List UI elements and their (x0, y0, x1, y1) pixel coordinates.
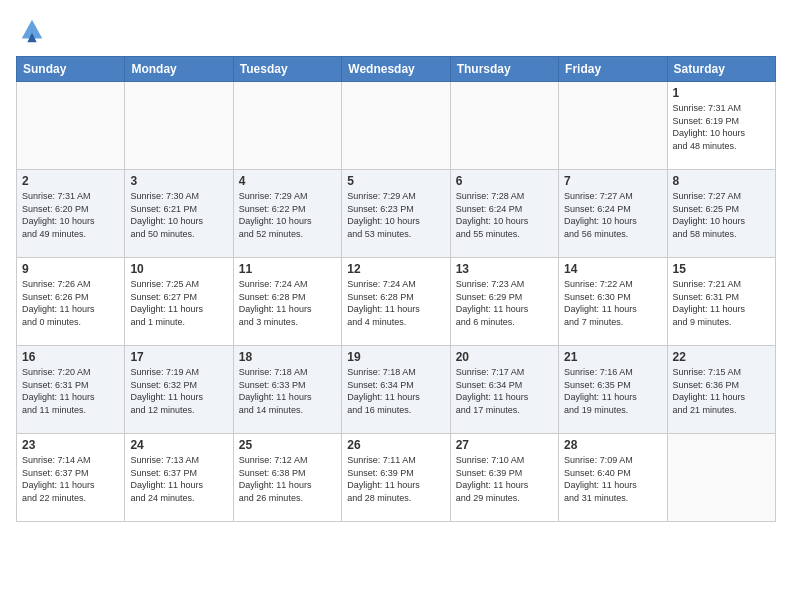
day-info: Sunrise: 7:24 AM Sunset: 6:28 PM Dayligh… (347, 278, 444, 328)
day-of-week-sunday: Sunday (17, 57, 125, 82)
calendar-header: SundayMondayTuesdayWednesdayThursdayFrid… (17, 57, 776, 82)
calendar-cell: 9Sunrise: 7:26 AM Sunset: 6:26 PM Daylig… (17, 258, 125, 346)
calendar-body: 1Sunrise: 7:31 AM Sunset: 6:19 PM Daylig… (17, 82, 776, 522)
day-info: Sunrise: 7:31 AM Sunset: 6:20 PM Dayligh… (22, 190, 119, 240)
day-info: Sunrise: 7:20 AM Sunset: 6:31 PM Dayligh… (22, 366, 119, 416)
calendar-cell (17, 82, 125, 170)
day-info: Sunrise: 7:18 AM Sunset: 6:33 PM Dayligh… (239, 366, 336, 416)
day-number: 26 (347, 438, 444, 452)
day-info: Sunrise: 7:17 AM Sunset: 6:34 PM Dayligh… (456, 366, 553, 416)
calendar-cell: 12Sunrise: 7:24 AM Sunset: 6:28 PM Dayli… (342, 258, 450, 346)
day-number: 13 (456, 262, 553, 276)
day-number: 24 (130, 438, 227, 452)
calendar-cell: 20Sunrise: 7:17 AM Sunset: 6:34 PM Dayli… (450, 346, 558, 434)
day-number: 15 (673, 262, 770, 276)
logo-icon (18, 16, 46, 44)
calendar-cell: 1Sunrise: 7:31 AM Sunset: 6:19 PM Daylig… (667, 82, 775, 170)
day-number: 12 (347, 262, 444, 276)
day-of-week-friday: Friday (559, 57, 667, 82)
day-number: 1 (673, 86, 770, 100)
week-row-1: 2Sunrise: 7:31 AM Sunset: 6:20 PM Daylig… (17, 170, 776, 258)
day-info: Sunrise: 7:25 AM Sunset: 6:27 PM Dayligh… (130, 278, 227, 328)
day-info: Sunrise: 7:13 AM Sunset: 6:37 PM Dayligh… (130, 454, 227, 504)
day-number: 16 (22, 350, 119, 364)
calendar-cell: 7Sunrise: 7:27 AM Sunset: 6:24 PM Daylig… (559, 170, 667, 258)
day-of-week-tuesday: Tuesday (233, 57, 341, 82)
calendar: SundayMondayTuesdayWednesdayThursdayFrid… (16, 56, 776, 522)
week-row-0: 1Sunrise: 7:31 AM Sunset: 6:19 PM Daylig… (17, 82, 776, 170)
calendar-cell (450, 82, 558, 170)
day-of-week-thursday: Thursday (450, 57, 558, 82)
calendar-cell: 16Sunrise: 7:20 AM Sunset: 6:31 PM Dayli… (17, 346, 125, 434)
day-number: 5 (347, 174, 444, 188)
day-number: 2 (22, 174, 119, 188)
calendar-cell: 13Sunrise: 7:23 AM Sunset: 6:29 PM Dayli… (450, 258, 558, 346)
day-info: Sunrise: 7:26 AM Sunset: 6:26 PM Dayligh… (22, 278, 119, 328)
day-number: 25 (239, 438, 336, 452)
day-info: Sunrise: 7:14 AM Sunset: 6:37 PM Dayligh… (22, 454, 119, 504)
calendar-cell: 18Sunrise: 7:18 AM Sunset: 6:33 PM Dayli… (233, 346, 341, 434)
day-info: Sunrise: 7:27 AM Sunset: 6:25 PM Dayligh… (673, 190, 770, 240)
calendar-cell: 2Sunrise: 7:31 AM Sunset: 6:20 PM Daylig… (17, 170, 125, 258)
week-row-3: 16Sunrise: 7:20 AM Sunset: 6:31 PM Dayli… (17, 346, 776, 434)
day-number: 8 (673, 174, 770, 188)
week-row-4: 23Sunrise: 7:14 AM Sunset: 6:37 PM Dayli… (17, 434, 776, 522)
calendar-cell: 19Sunrise: 7:18 AM Sunset: 6:34 PM Dayli… (342, 346, 450, 434)
calendar-cell: 6Sunrise: 7:28 AM Sunset: 6:24 PM Daylig… (450, 170, 558, 258)
day-number: 3 (130, 174, 227, 188)
calendar-cell: 3Sunrise: 7:30 AM Sunset: 6:21 PM Daylig… (125, 170, 233, 258)
day-of-week-monday: Monday (125, 57, 233, 82)
day-number: 23 (22, 438, 119, 452)
day-info: Sunrise: 7:23 AM Sunset: 6:29 PM Dayligh… (456, 278, 553, 328)
day-info: Sunrise: 7:22 AM Sunset: 6:30 PM Dayligh… (564, 278, 661, 328)
calendar-cell: 14Sunrise: 7:22 AM Sunset: 6:30 PM Dayli… (559, 258, 667, 346)
day-info: Sunrise: 7:31 AM Sunset: 6:19 PM Dayligh… (673, 102, 770, 152)
calendar-cell: 28Sunrise: 7:09 AM Sunset: 6:40 PM Dayli… (559, 434, 667, 522)
day-info: Sunrise: 7:16 AM Sunset: 6:35 PM Dayligh… (564, 366, 661, 416)
day-number: 10 (130, 262, 227, 276)
calendar-cell (233, 82, 341, 170)
calendar-cell (342, 82, 450, 170)
day-number: 4 (239, 174, 336, 188)
calendar-cell: 15Sunrise: 7:21 AM Sunset: 6:31 PM Dayli… (667, 258, 775, 346)
calendar-cell: 4Sunrise: 7:29 AM Sunset: 6:22 PM Daylig… (233, 170, 341, 258)
day-number: 17 (130, 350, 227, 364)
calendar-cell (125, 82, 233, 170)
day-info: Sunrise: 7:28 AM Sunset: 6:24 PM Dayligh… (456, 190, 553, 240)
day-info: Sunrise: 7:24 AM Sunset: 6:28 PM Dayligh… (239, 278, 336, 328)
day-of-week-wednesday: Wednesday (342, 57, 450, 82)
calendar-cell: 25Sunrise: 7:12 AM Sunset: 6:38 PM Dayli… (233, 434, 341, 522)
day-info: Sunrise: 7:18 AM Sunset: 6:34 PM Dayligh… (347, 366, 444, 416)
day-info: Sunrise: 7:29 AM Sunset: 6:23 PM Dayligh… (347, 190, 444, 240)
day-number: 20 (456, 350, 553, 364)
calendar-cell: 26Sunrise: 7:11 AM Sunset: 6:39 PM Dayli… (342, 434, 450, 522)
calendar-cell: 27Sunrise: 7:10 AM Sunset: 6:39 PM Dayli… (450, 434, 558, 522)
header (16, 16, 776, 44)
day-of-week-saturday: Saturday (667, 57, 775, 82)
logo (16, 16, 46, 44)
day-number: 18 (239, 350, 336, 364)
days-of-week-row: SundayMondayTuesdayWednesdayThursdayFrid… (17, 57, 776, 82)
day-number: 7 (564, 174, 661, 188)
calendar-cell: 17Sunrise: 7:19 AM Sunset: 6:32 PM Dayli… (125, 346, 233, 434)
day-number: 19 (347, 350, 444, 364)
day-info: Sunrise: 7:09 AM Sunset: 6:40 PM Dayligh… (564, 454, 661, 504)
day-info: Sunrise: 7:19 AM Sunset: 6:32 PM Dayligh… (130, 366, 227, 416)
day-number: 28 (564, 438, 661, 452)
day-number: 22 (673, 350, 770, 364)
day-number: 14 (564, 262, 661, 276)
page: SundayMondayTuesdayWednesdayThursdayFrid… (0, 0, 792, 612)
day-info: Sunrise: 7:15 AM Sunset: 6:36 PM Dayligh… (673, 366, 770, 416)
day-info: Sunrise: 7:21 AM Sunset: 6:31 PM Dayligh… (673, 278, 770, 328)
calendar-cell (559, 82, 667, 170)
calendar-cell: 8Sunrise: 7:27 AM Sunset: 6:25 PM Daylig… (667, 170, 775, 258)
calendar-cell: 10Sunrise: 7:25 AM Sunset: 6:27 PM Dayli… (125, 258, 233, 346)
day-number: 9 (22, 262, 119, 276)
day-info: Sunrise: 7:10 AM Sunset: 6:39 PM Dayligh… (456, 454, 553, 504)
calendar-cell: 24Sunrise: 7:13 AM Sunset: 6:37 PM Dayli… (125, 434, 233, 522)
calendar-cell: 21Sunrise: 7:16 AM Sunset: 6:35 PM Dayli… (559, 346, 667, 434)
day-number: 27 (456, 438, 553, 452)
week-row-2: 9Sunrise: 7:26 AM Sunset: 6:26 PM Daylig… (17, 258, 776, 346)
day-info: Sunrise: 7:12 AM Sunset: 6:38 PM Dayligh… (239, 454, 336, 504)
calendar-cell (667, 434, 775, 522)
